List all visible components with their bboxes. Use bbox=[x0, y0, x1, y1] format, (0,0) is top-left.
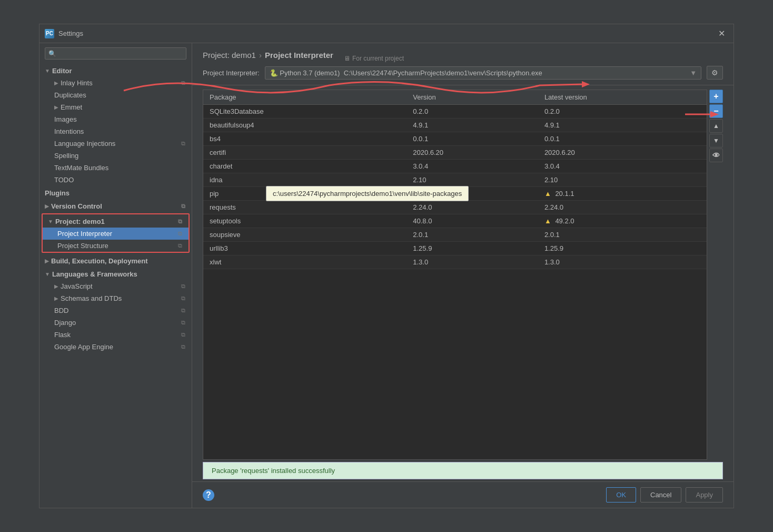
sidebar-django-label: Django bbox=[54, 319, 76, 327]
sidebar-proj-struct-label: Project Structure bbox=[57, 242, 108, 250]
sidebar-spelling-label: Spelling bbox=[54, 152, 78, 160]
breadcrumb: Project: demo1 › Project Interpreter bbox=[203, 51, 333, 60]
package-version: 2.0.1 bbox=[407, 228, 538, 242]
help-button[interactable]: ? bbox=[203, 489, 214, 501]
table-row: requests2.24.02.24.0 bbox=[203, 201, 707, 214]
scroll-down-button[interactable]: ▼ bbox=[709, 134, 723, 147]
sidebar-item-inlay-hints[interactable]: ▶ Inlay Hints ⧉ bbox=[39, 77, 192, 89]
show-packages-button[interactable]: 👁 bbox=[709, 149, 723, 162]
chevron-down-icon-lang: ▼ bbox=[45, 271, 50, 277]
search-icon: 🔍 bbox=[48, 50, 56, 57]
package-version: 2020.6.20 bbox=[407, 146, 538, 160]
sidebar-item-todo[interactable]: TODO bbox=[39, 174, 192, 186]
scroll-up-button[interactable]: ▲ bbox=[709, 119, 723, 133]
sidebar-project-demo1-header[interactable]: ▼ Project: demo1 ⧉ bbox=[43, 214, 189, 228]
chevron-right-icon-schemas: ▶ bbox=[54, 295, 58, 301]
sidebar-item-duplicates[interactable]: Duplicates bbox=[39, 89, 192, 101]
sidebar-todo-label: TODO bbox=[54, 176, 74, 184]
packages-table-container: Package Version Latest version SQLite3Da… bbox=[203, 90, 723, 460]
sidebar-plugins-label: Plugins bbox=[45, 189, 70, 197]
package-latest: ▲ 49.2.0 bbox=[538, 214, 707, 228]
sidebar-js-label: JavaScript bbox=[61, 282, 93, 290]
copy-icon-js: ⧉ bbox=[181, 283, 185, 290]
sidebar: 🔍 ▼ Editor ▶ Inlay Hints ⧉ Duplicates ▶ … bbox=[39, 43, 192, 508]
copy-icon-project: ⧉ bbox=[178, 218, 182, 225]
title-bar: PC Settings ✕ bbox=[39, 24, 734, 43]
chevron-right-icon-js: ▶ bbox=[54, 283, 58, 289]
table-row: bs40.0.10.0.1 bbox=[203, 132, 707, 146]
interpreter-dropdown[interactable]: 🐍 Python 3.7 (demo1) C:\Users\22474\Pych… bbox=[265, 66, 701, 80]
package-version: 2.24.0 bbox=[407, 201, 538, 214]
sidebar-group-plugins[interactable]: Plugins bbox=[39, 186, 192, 199]
sidebar-item-google-app-engine[interactable]: Google App Engine ⧉ bbox=[39, 341, 192, 353]
table-row: pip19.0.3▲ 20.1.1 bbox=[203, 187, 707, 201]
sidebar-item-textmate[interactable]: TextMate Bundles bbox=[39, 162, 192, 174]
sidebar-item-project-interpreter[interactable]: Project Interpreter ⧉ bbox=[43, 228, 189, 240]
remove-package-button[interactable]: − bbox=[709, 104, 723, 118]
package-latest: 3.0.4 bbox=[538, 160, 707, 173]
sidebar-item-intentions[interactable]: Intentions bbox=[39, 125, 192, 137]
sidebar-group-version-control[interactable]: ▶ Version Control ⧉ bbox=[39, 199, 192, 212]
add-package-button[interactable]: + bbox=[709, 90, 723, 103]
copy-icon-lang: ⧉ bbox=[181, 140, 185, 147]
sidebar-item-django[interactable]: Django ⧉ bbox=[39, 317, 192, 329]
sidebar-item-language-injections[interactable]: Language Injections ⧉ bbox=[39, 137, 192, 150]
package-version: 3.0.4 bbox=[407, 160, 538, 173]
breadcrumb-current: Project Interpreter bbox=[265, 51, 333, 60]
sidebar-project-demo1-label: Project: demo1 bbox=[55, 218, 105, 225]
cancel-button[interactable]: Cancel bbox=[640, 487, 681, 503]
sidebar-group-languages[interactable]: ▼ Languages & Frameworks bbox=[39, 267, 192, 280]
copy-icon-proj-struct: ⧉ bbox=[178, 242, 182, 249]
ok-button[interactable]: OK bbox=[606, 487, 636, 503]
chevron-down-icon-project: ▼ bbox=[48, 219, 53, 224]
dialog-title: Settings bbox=[58, 29, 715, 37]
dialog-footer: ? OK Cancel Apply bbox=[192, 481, 734, 508]
sidebar-item-images[interactable]: Images bbox=[39, 113, 192, 125]
col-package: Package bbox=[203, 90, 407, 105]
package-version: 2.10 bbox=[407, 173, 538, 187]
table-row: beautifulsoup44.9.14.9.1 bbox=[203, 119, 707, 132]
breadcrumb-parent: Project: demo1 bbox=[203, 51, 256, 60]
sidebar-item-schemas-dtds[interactable]: ▶ Schemas and DTDs ⧉ bbox=[39, 292, 192, 304]
copy-icon-bdd: ⧉ bbox=[181, 307, 185, 314]
sidebar-group-build[interactable]: ▶ Build, Execution, Deployment bbox=[39, 254, 192, 267]
package-latest: 1.25.9 bbox=[538, 242, 707, 255]
sidebar-textmate-label: TextMate Bundles bbox=[54, 164, 108, 172]
package-name: bs4 bbox=[203, 132, 407, 146]
sidebar-languages-label: Languages & Frameworks bbox=[52, 270, 137, 278]
sidebar-item-project-structure[interactable]: Project Structure ⧉ bbox=[43, 240, 189, 252]
search-input[interactable] bbox=[59, 50, 183, 57]
copy-icon: ⧉ bbox=[181, 80, 185, 86]
package-latest: 2.10 bbox=[538, 173, 707, 187]
sidebar-images-label: Images bbox=[54, 115, 77, 123]
sidebar-item-emmet[interactable]: ▶ Emmet bbox=[39, 101, 192, 113]
apply-button[interactable]: Apply bbox=[686, 487, 723, 503]
sidebar-group-project-demo1: ▼ Project: demo1 ⧉ Project Interpreter ⧉… bbox=[42, 213, 190, 253]
table-action-buttons: + − ▲ ▼ 👁 bbox=[707, 90, 723, 460]
status-message: Package 'requests' installed successfull… bbox=[212, 467, 335, 475]
sidebar-item-javascript[interactable]: ▶ JavaScript ⧉ bbox=[39, 280, 192, 292]
table-row: xlwt1.3.01.3.0 bbox=[203, 255, 707, 269]
sidebar-intentions-label: Intentions bbox=[54, 127, 84, 135]
package-latest: 2020.6.20 bbox=[538, 146, 707, 160]
sidebar-item-spelling[interactable]: Spelling bbox=[39, 150, 192, 162]
settings-dialog: PC Settings ✕ 🔍 ▼ Editor ▶ Inlay Hints ⧉… bbox=[39, 24, 734, 508]
table-row: setuptools40.8.0▲ 49.2.0 bbox=[203, 214, 707, 228]
sidebar-item-flask[interactable]: Flask ⧉ bbox=[39, 329, 192, 341]
upgrade-arrow-icon: ▲ bbox=[544, 190, 553, 198]
col-version: Version bbox=[407, 90, 538, 105]
packages-table: Package Version Latest version SQLite3Da… bbox=[203, 90, 707, 460]
interpreter-settings-button[interactable]: ⚙ bbox=[707, 66, 723, 80]
upgrade-arrow-icon: ▲ bbox=[544, 217, 553, 225]
sidebar-group-editor[interactable]: ▼ Editor bbox=[39, 64, 192, 77]
sidebar-build-label: Build, Execution, Deployment bbox=[51, 257, 147, 265]
table-row: urllib31.25.91.25.9 bbox=[203, 242, 707, 255]
table-row: idna2.102.10 bbox=[203, 173, 707, 187]
sidebar-item-bdd[interactable]: BDD ⧉ bbox=[39, 304, 192, 317]
copy-icon-schemas: ⧉ bbox=[181, 295, 185, 302]
for-project-badge: 🖥 For current project bbox=[344, 55, 404, 62]
close-button[interactable]: ✕ bbox=[715, 27, 728, 40]
package-version: 0.0.1 bbox=[407, 132, 538, 146]
search-box[interactable]: 🔍 bbox=[45, 47, 186, 60]
package-name: soupsieve bbox=[203, 228, 407, 242]
